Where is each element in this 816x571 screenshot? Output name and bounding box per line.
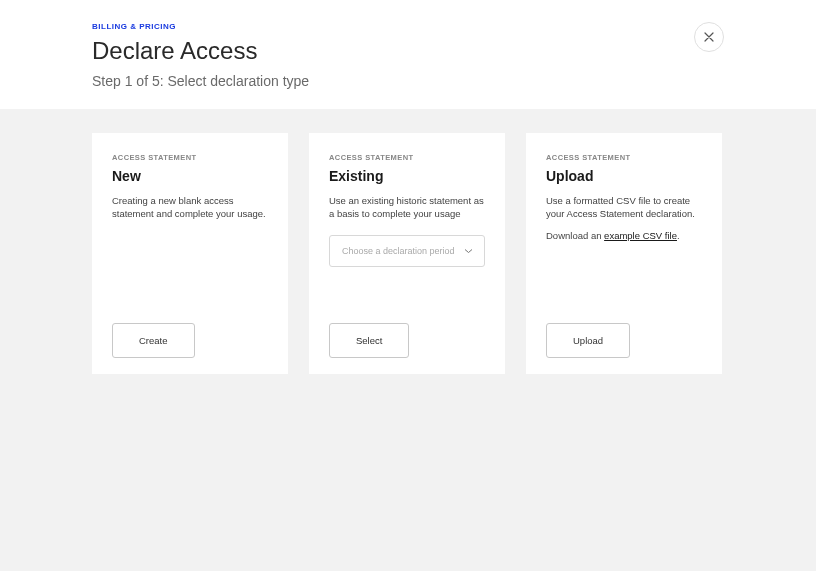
close-button[interactable]: [694, 22, 724, 52]
card-eyebrow: ACCESS STATEMENT: [546, 153, 702, 162]
close-icon: [704, 32, 714, 42]
download-line: Download an example CSV file.: [546, 229, 702, 242]
declaration-period-select[interactable]: Choose a declaration period: [329, 235, 485, 267]
card-existing: ACCESS STATEMENT Existing Use an existin…: [309, 133, 505, 374]
create-button[interactable]: Create: [112, 323, 195, 358]
example-csv-link[interactable]: example CSV file: [604, 230, 677, 241]
step-subtitle: Step 1 of 5: Select declaration type: [92, 73, 724, 89]
page-title: Declare Access: [92, 37, 724, 65]
card-desc-new: Creating a new blank access statement an…: [112, 194, 268, 221]
declaration-period-select-wrapper: Choose a declaration period: [329, 235, 485, 267]
card-title-existing: Existing: [329, 168, 485, 184]
card-eyebrow: ACCESS STATEMENT: [329, 153, 485, 162]
header-eyebrow: BILLING & PRICING: [92, 22, 724, 31]
page-header: BILLING & PRICING Declare Access Step 1 …: [0, 0, 816, 109]
cards-container: ACCESS STATEMENT New Creating a new blan…: [0, 109, 816, 398]
upload-button[interactable]: Upload: [546, 323, 630, 358]
card-desc-upload: Use a formatted CSV file to create your …: [546, 194, 702, 221]
card-title-new: New: [112, 168, 268, 184]
card-new: ACCESS STATEMENT New Creating a new blan…: [92, 133, 288, 374]
card-desc-existing: Use an existing historic statement as a …: [329, 194, 485, 221]
select-button[interactable]: Select: [329, 323, 409, 358]
card-eyebrow: ACCESS STATEMENT: [112, 153, 268, 162]
card-upload: ACCESS STATEMENT Upload Use a formatted …: [526, 133, 722, 374]
card-title-upload: Upload: [546, 168, 702, 184]
download-prefix: Download an: [546, 230, 604, 241]
download-suffix: .: [677, 230, 680, 241]
